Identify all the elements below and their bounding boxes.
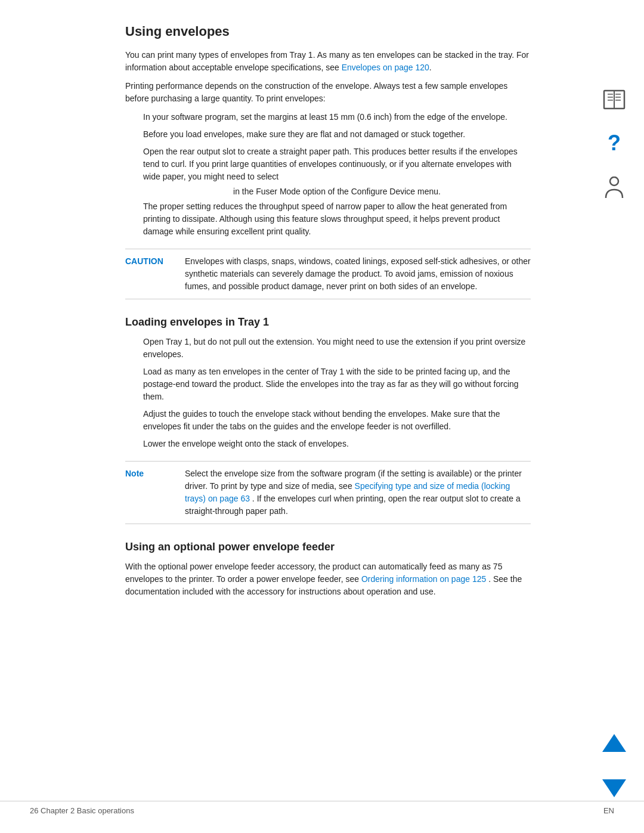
section1-para2: Load as many as ten envelopes in the cen… bbox=[143, 366, 531, 403]
section1-para4: Lower the envelope weight onto the stack… bbox=[143, 438, 531, 450]
section1-title: Loading envelopes in Tray 1 bbox=[125, 316, 531, 329]
right-sidebar: ? bbox=[590, 24, 638, 797]
indent-item-2: Before you load envelopes, make sure the… bbox=[143, 128, 531, 141]
ordering-info-link[interactable]: Ordering information on page 125 bbox=[361, 574, 486, 584]
caution-label: CAUTION bbox=[125, 255, 185, 293]
indent-instructions: In your software program, set the margin… bbox=[143, 111, 531, 238]
person-icon bbox=[605, 176, 624, 199]
section2-title: Using an optional power envelope feeder bbox=[125, 541, 531, 553]
section1-content: Open Tray 1, but do not pull out the ext… bbox=[143, 336, 531, 450]
scroll-up-arrow[interactable] bbox=[602, 734, 626, 752]
envelopes-link[interactable]: Envelopes on page 120 bbox=[342, 63, 429, 72]
scroll-down-arrow[interactable] bbox=[602, 779, 626, 797]
caution-row: CAUTION Envelopes with clasps, snaps, wi… bbox=[125, 249, 531, 299]
svg-point-8 bbox=[610, 177, 618, 185]
section1-para1: Open Tray 1, but do not pull out the ext… bbox=[143, 336, 531, 361]
intro-para1: You can print many types of envelopes fr… bbox=[125, 49, 531, 74]
note-row: Note Select the envelope size from the s… bbox=[125, 461, 531, 524]
note-body: Select the envelope size from the softwa… bbox=[185, 467, 531, 518]
footer-right: EN bbox=[603, 806, 614, 815]
page-title: Using envelopes bbox=[125, 24, 531, 39]
page-footer: 26 Chapter 2 Basic operations EN bbox=[0, 801, 644, 815]
section1-para3: Adjust the guides to touch the envelope … bbox=[143, 408, 531, 433]
intro-para2: Printing performance depends on the cons… bbox=[125, 80, 531, 105]
question-icon: ? bbox=[608, 132, 621, 154]
indent-item-3: Open the rear output slot to create a st… bbox=[143, 145, 531, 238]
section2-para1: With the optional power envelope feeder … bbox=[125, 561, 531, 598]
caution-body: Envelopes with clasps, snaps, windows, c… bbox=[185, 255, 531, 293]
indent-item-1: In your software program, set the margin… bbox=[143, 111, 531, 123]
note-label: Note bbox=[125, 467, 185, 518]
footer-left: 26 Chapter 2 Basic operations bbox=[30, 806, 134, 815]
book-icon bbox=[603, 89, 626, 110]
